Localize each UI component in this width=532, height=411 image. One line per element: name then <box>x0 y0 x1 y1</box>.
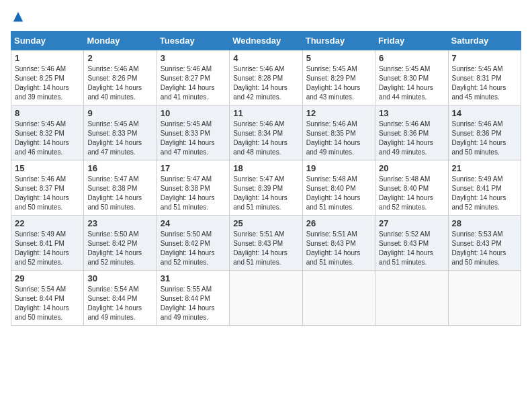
weekday-header-wednesday: Wednesday <box>230 32 302 50</box>
page-header <box>11 11 521 23</box>
calendar-week-2: 8Sunrise: 5:45 AMSunset: 8:32 PMDaylight… <box>11 105 521 161</box>
calendar-cell: 15Sunrise: 5:46 AMSunset: 8:37 PMDayligh… <box>11 161 84 216</box>
calendar-cell: 29Sunrise: 5:54 AMSunset: 8:44 PMDayligh… <box>11 271 84 326</box>
calendar-cell: 27Sunrise: 5:52 AMSunset: 8:43 PMDayligh… <box>375 216 448 271</box>
calendar-cell: 14Sunrise: 5:46 AMSunset: 8:36 PMDayligh… <box>448 105 521 161</box>
weekday-header-monday: Monday <box>84 32 157 50</box>
weekday-header-sunday: Sunday <box>11 32 84 50</box>
calendar-cell: 22Sunrise: 5:49 AMSunset: 8:41 PMDayligh… <box>11 216 84 271</box>
calendar-cell: 4Sunrise: 5:46 AMSunset: 8:28 PMDaylight… <box>230 50 302 105</box>
calendar-cell: 11Sunrise: 5:46 AMSunset: 8:34 PMDayligh… <box>230 105 302 161</box>
calendar-cell: 31Sunrise: 5:55 AMSunset: 8:44 PMDayligh… <box>157 271 229 326</box>
calendar-cell: 5Sunrise: 5:45 AMSunset: 8:29 PMDaylight… <box>302 50 375 105</box>
calendar-cell <box>448 271 521 326</box>
calendar-cell: 18Sunrise: 5:47 AMSunset: 8:39 PMDayligh… <box>230 161 302 216</box>
calendar-cell: 23Sunrise: 5:50 AMSunset: 8:42 PMDayligh… <box>84 216 157 271</box>
calendar-week-4: 22Sunrise: 5:49 AMSunset: 8:41 PMDayligh… <box>11 216 521 271</box>
calendar-cell: 13Sunrise: 5:46 AMSunset: 8:36 PMDayligh… <box>375 105 448 161</box>
weekday-header-row: SundayMondayTuesdayWednesdayThursdayFrid… <box>11 32 521 50</box>
calendar-cell <box>302 271 375 326</box>
calendar-cell: 20Sunrise: 5:48 AMSunset: 8:40 PMDayligh… <box>375 161 448 216</box>
calendar-week-3: 15Sunrise: 5:46 AMSunset: 8:37 PMDayligh… <box>11 161 521 216</box>
calendar-week-5: 29Sunrise: 5:54 AMSunset: 8:44 PMDayligh… <box>11 271 521 326</box>
calendar-cell: 3Sunrise: 5:46 AMSunset: 8:27 PMDaylight… <box>157 50 229 105</box>
calendar-cell: 26Sunrise: 5:51 AMSunset: 8:43 PMDayligh… <box>302 216 375 271</box>
weekday-header-friday: Friday <box>375 32 448 50</box>
calendar-cell: 17Sunrise: 5:47 AMSunset: 8:38 PMDayligh… <box>157 161 229 216</box>
calendar-table: SundayMondayTuesdayWednesdayThursdayFrid… <box>11 31 521 326</box>
calendar-cell <box>375 271 448 326</box>
calendar-cell: 12Sunrise: 5:46 AMSunset: 8:35 PMDayligh… <box>302 105 375 161</box>
svg-marker-0 <box>13 12 23 21</box>
calendar-cell: 16Sunrise: 5:47 AMSunset: 8:38 PMDayligh… <box>84 161 157 216</box>
calendar-cell: 6Sunrise: 5:45 AMSunset: 8:30 PMDaylight… <box>375 50 448 105</box>
calendar-cell: 8Sunrise: 5:45 AMSunset: 8:32 PMDaylight… <box>11 105 84 161</box>
calendar-cell: 30Sunrise: 5:54 AMSunset: 8:44 PMDayligh… <box>84 271 157 326</box>
calendar-cell: 1Sunrise: 5:46 AMSunset: 8:25 PMDaylight… <box>11 50 84 105</box>
logo <box>11 11 24 23</box>
calendar-cell: 21Sunrise: 5:49 AMSunset: 8:41 PMDayligh… <box>448 161 521 216</box>
weekday-header-saturday: Saturday <box>448 32 521 50</box>
calendar-cell: 9Sunrise: 5:45 AMSunset: 8:33 PMDaylight… <box>84 105 157 161</box>
calendar-cell: 19Sunrise: 5:48 AMSunset: 8:40 PMDayligh… <box>302 161 375 216</box>
calendar-cell <box>230 271 302 326</box>
calendar-cell: 24Sunrise: 5:50 AMSunset: 8:42 PMDayligh… <box>157 216 229 271</box>
calendar-cell: 28Sunrise: 5:53 AMSunset: 8:43 PMDayligh… <box>448 216 521 271</box>
calendar-week-1: 1Sunrise: 5:46 AMSunset: 8:25 PMDaylight… <box>11 50 521 105</box>
calendar-cell: 25Sunrise: 5:51 AMSunset: 8:43 PMDayligh… <box>230 216 302 271</box>
logo-icon <box>12 11 24 23</box>
weekday-header-tuesday: Tuesday <box>157 32 229 50</box>
weekday-header-thursday: Thursday <box>302 32 375 50</box>
calendar-cell: 2Sunrise: 5:46 AMSunset: 8:26 PMDaylight… <box>84 50 157 105</box>
calendar-cell: 10Sunrise: 5:45 AMSunset: 8:33 PMDayligh… <box>157 105 229 161</box>
calendar-cell: 7Sunrise: 5:45 AMSunset: 8:31 PMDaylight… <box>448 50 521 105</box>
